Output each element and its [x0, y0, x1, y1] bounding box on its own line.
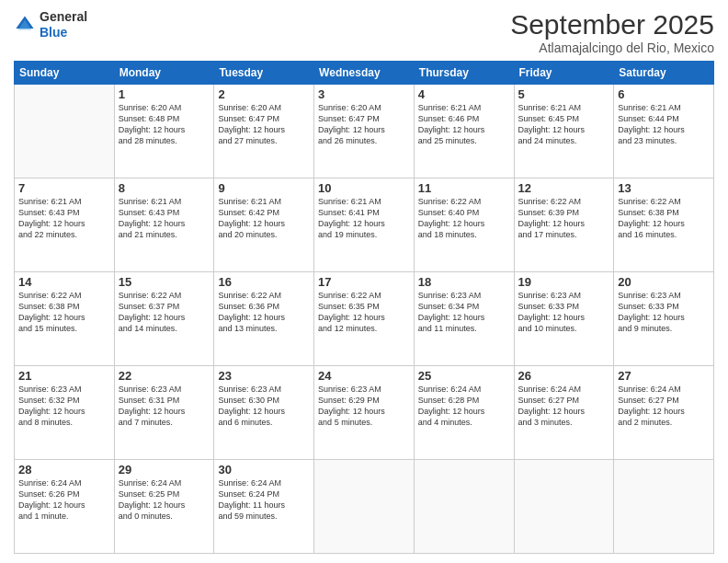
day-info: Sunrise: 6:21 AM Sunset: 6:43 PM Dayligh…: [119, 196, 210, 241]
day-header-sunday: Sunday: [15, 62, 115, 85]
day-info: Sunrise: 6:21 AM Sunset: 6:45 PM Dayligh…: [518, 102, 610, 147]
day-number: 23: [218, 369, 310, 383]
calendar-cell: 1Sunrise: 6:20 AM Sunset: 6:48 PM Daylig…: [114, 85, 214, 178]
calendar-header-row: SundayMondayTuesdayWednesdayThursdayFrid…: [15, 62, 714, 85]
day-number: 11: [418, 181, 510, 195]
day-number: 12: [518, 181, 610, 195]
calendar-cell: 6Sunrise: 6:21 AM Sunset: 6:44 PM Daylig…: [614, 85, 714, 178]
day-info: Sunrise: 6:23 AM Sunset: 6:33 PM Dayligh…: [518, 290, 610, 335]
day-info: Sunrise: 6:22 AM Sunset: 6:36 PM Dayligh…: [218, 290, 310, 335]
logo-blue: Blue: [40, 25, 87, 40]
calendar-cell: 13Sunrise: 6:22 AM Sunset: 6:38 PM Dayli…: [614, 178, 714, 272]
calendar-cell: 23Sunrise: 6:23 AM Sunset: 6:30 PM Dayli…: [214, 366, 314, 460]
day-number: 5: [518, 87, 610, 101]
day-info: Sunrise: 6:24 AM Sunset: 6:24 PM Dayligh…: [218, 477, 310, 523]
day-info: Sunrise: 6:20 AM Sunset: 6:47 PM Dayligh…: [218, 102, 310, 147]
day-number: 4: [418, 87, 510, 101]
calendar-week-3: 21Sunrise: 6:23 AM Sunset: 6:32 PM Dayli…: [15, 366, 714, 460]
calendar-cell: [15, 85, 115, 178]
day-info: Sunrise: 6:24 AM Sunset: 6:27 PM Dayligh…: [618, 384, 710, 429]
calendar-cell: 20Sunrise: 6:23 AM Sunset: 6:33 PM Dayli…: [614, 272, 714, 366]
day-info: Sunrise: 6:20 AM Sunset: 6:48 PM Dayligh…: [119, 102, 210, 147]
calendar-week-4: 28Sunrise: 6:24 AM Sunset: 6:26 PM Dayli…: [15, 460, 714, 554]
title-section: September 2025 Atlamajalcingo del Rio, M…: [510, 9, 714, 55]
day-number: 8: [119, 181, 210, 195]
calendar-cell: 9Sunrise: 6:21 AM Sunset: 6:42 PM Daylig…: [214, 178, 314, 272]
day-number: 7: [18, 181, 110, 195]
location-subtitle: Atlamajalcingo del Rio, Mexico: [510, 40, 714, 55]
day-number: 26: [518, 369, 610, 383]
day-number: 29: [119, 463, 210, 477]
calendar-cell: 12Sunrise: 6:22 AM Sunset: 6:39 PM Dayli…: [514, 178, 614, 272]
day-info: Sunrise: 6:24 AM Sunset: 6:25 PM Dayligh…: [119, 477, 210, 523]
day-number: 20: [618, 275, 710, 289]
calendar-cell: 7Sunrise: 6:21 AM Sunset: 6:43 PM Daylig…: [15, 178, 115, 272]
day-info: Sunrise: 6:20 AM Sunset: 6:47 PM Dayligh…: [318, 102, 410, 147]
calendar-cell: [514, 460, 614, 554]
logo-general: General: [40, 9, 87, 25]
day-info: Sunrise: 6:21 AM Sunset: 6:46 PM Dayligh…: [418, 102, 510, 147]
calendar-cell: 2Sunrise: 6:20 AM Sunset: 6:47 PM Daylig…: [214, 85, 314, 178]
logo: General Blue: [14, 9, 87, 40]
calendar-cell: 30Sunrise: 6:24 AM Sunset: 6:24 PM Dayli…: [214, 460, 314, 554]
calendar-cell: 4Sunrise: 6:21 AM Sunset: 6:46 PM Daylig…: [414, 85, 514, 178]
day-number: 15: [119, 275, 210, 289]
day-header-saturday: Saturday: [614, 62, 714, 85]
calendar-cell: 28Sunrise: 6:24 AM Sunset: 6:26 PM Dayli…: [15, 460, 115, 554]
header: General Blue September 2025 Atlamajalcin…: [14, 9, 714, 55]
day-number: 2: [218, 87, 310, 101]
calendar-cell: 14Sunrise: 6:22 AM Sunset: 6:38 PM Dayli…: [15, 272, 115, 366]
calendar-week-1: 7Sunrise: 6:21 AM Sunset: 6:43 PM Daylig…: [15, 178, 714, 272]
day-info: Sunrise: 6:24 AM Sunset: 6:27 PM Dayligh…: [518, 384, 610, 429]
calendar-cell: 17Sunrise: 6:22 AM Sunset: 6:35 PM Dayli…: [314, 272, 415, 366]
day-info: Sunrise: 6:23 AM Sunset: 6:34 PM Dayligh…: [418, 290, 510, 335]
day-number: 30: [218, 463, 310, 477]
logo-text: General Blue: [40, 9, 87, 40]
day-number: 1: [119, 87, 210, 101]
calendar-cell: 3Sunrise: 6:20 AM Sunset: 6:47 PM Daylig…: [314, 85, 415, 178]
calendar-week-0: 1Sunrise: 6:20 AM Sunset: 6:48 PM Daylig…: [15, 85, 714, 178]
logo-icon: [14, 14, 36, 36]
calendar-cell: 27Sunrise: 6:24 AM Sunset: 6:27 PM Dayli…: [614, 366, 714, 460]
day-number: 19: [518, 275, 610, 289]
calendar-cell: 24Sunrise: 6:23 AM Sunset: 6:29 PM Dayli…: [314, 366, 415, 460]
calendar-cell: 5Sunrise: 6:21 AM Sunset: 6:45 PM Daylig…: [514, 85, 614, 178]
calendar-cell: 26Sunrise: 6:24 AM Sunset: 6:27 PM Dayli…: [514, 366, 614, 460]
day-info: Sunrise: 6:23 AM Sunset: 6:33 PM Dayligh…: [618, 290, 710, 335]
month-title: September 2025: [510, 9, 714, 40]
day-header-wednesday: Wednesday: [314, 62, 415, 85]
day-info: Sunrise: 6:21 AM Sunset: 6:41 PM Dayligh…: [318, 196, 410, 241]
day-number: 24: [318, 369, 410, 383]
day-info: Sunrise: 6:21 AM Sunset: 6:43 PM Dayligh…: [18, 196, 110, 241]
day-number: 13: [618, 181, 710, 195]
calendar-cell: 15Sunrise: 6:22 AM Sunset: 6:37 PM Dayli…: [114, 272, 214, 366]
day-info: Sunrise: 6:23 AM Sunset: 6:30 PM Dayligh…: [218, 384, 310, 429]
day-info: Sunrise: 6:21 AM Sunset: 6:44 PM Dayligh…: [618, 102, 710, 147]
calendar-week-2: 14Sunrise: 6:22 AM Sunset: 6:38 PM Dayli…: [15, 272, 714, 366]
day-info: Sunrise: 6:23 AM Sunset: 6:32 PM Dayligh…: [18, 384, 110, 429]
calendar-cell: 19Sunrise: 6:23 AM Sunset: 6:33 PM Dayli…: [514, 272, 614, 366]
calendar-cell: [314, 460, 415, 554]
day-number: 16: [218, 275, 310, 289]
day-number: 21: [18, 369, 110, 383]
day-number: 22: [119, 369, 210, 383]
calendar-cell: 29Sunrise: 6:24 AM Sunset: 6:25 PM Dayli…: [114, 460, 214, 554]
day-info: Sunrise: 6:22 AM Sunset: 6:39 PM Dayligh…: [518, 196, 610, 241]
day-header-friday: Friday: [514, 62, 614, 85]
day-number: 17: [318, 275, 410, 289]
day-number: 18: [418, 275, 510, 289]
calendar-cell: 21Sunrise: 6:23 AM Sunset: 6:32 PM Dayli…: [15, 366, 115, 460]
calendar-cell: 10Sunrise: 6:21 AM Sunset: 6:41 PM Dayli…: [314, 178, 415, 272]
calendar-cell: 11Sunrise: 6:22 AM Sunset: 6:40 PM Dayli…: [414, 178, 514, 272]
day-number: 3: [318, 87, 410, 101]
calendar-cell: [614, 460, 714, 554]
day-header-tuesday: Tuesday: [214, 62, 314, 85]
calendar-cell: 18Sunrise: 6:23 AM Sunset: 6:34 PM Dayli…: [414, 272, 514, 366]
calendar-cell: [414, 460, 514, 554]
calendar-cell: 25Sunrise: 6:24 AM Sunset: 6:28 PM Dayli…: [414, 366, 514, 460]
day-number: 9: [218, 181, 310, 195]
day-info: Sunrise: 6:24 AM Sunset: 6:26 PM Dayligh…: [18, 477, 110, 523]
day-header-monday: Monday: [114, 62, 214, 85]
day-info: Sunrise: 6:22 AM Sunset: 6:38 PM Dayligh…: [18, 290, 110, 335]
calendar-cell: 8Sunrise: 6:21 AM Sunset: 6:43 PM Daylig…: [114, 178, 214, 272]
